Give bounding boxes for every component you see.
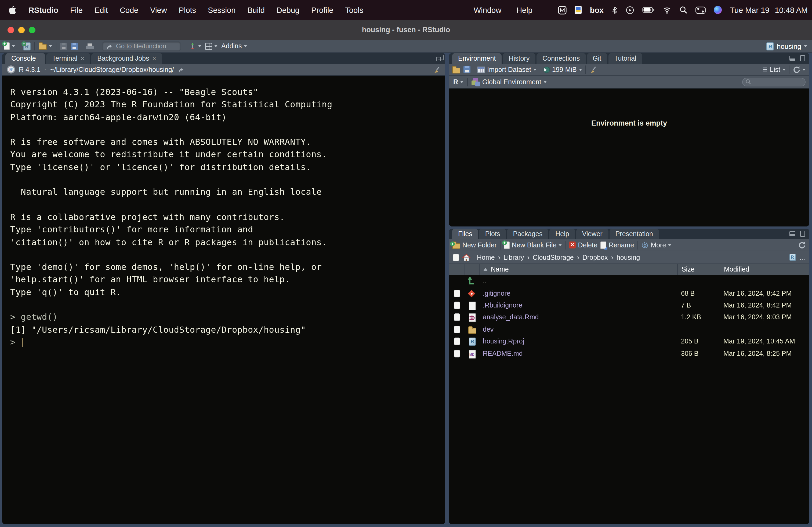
home-icon[interactable]: [462, 254, 470, 261]
breadcrumb-item[interactable]: ›housing: [611, 254, 640, 261]
goto-file-function-input[interactable]: Go to file/function: [102, 41, 181, 51]
open-file-button[interactable]: [39, 42, 52, 50]
environment-selector[interactable]: Global Environment: [472, 77, 547, 86]
file-checkbox[interactable]: [453, 302, 460, 309]
environment-search-input[interactable]: [742, 77, 806, 86]
tab[interactable]: Viewer: [576, 229, 608, 239]
display-mode-button[interactable]: List: [762, 66, 786, 73]
console-prompt[interactable]: >: [10, 337, 445, 350]
refresh-button[interactable]: [793, 66, 806, 73]
menubar-clock[interactable]: Tue Mar 1910:48 AM: [730, 6, 808, 14]
refresh-files-button[interactable]: [798, 241, 806, 249]
breadcrumb-item[interactable]: Home: [474, 254, 495, 261]
minimize-pane-icon[interactable]: [789, 231, 795, 236]
zoom-window-button[interactable]: [29, 27, 35, 33]
tab[interactable]: History: [503, 53, 535, 64]
tab[interactable]: Background Jobs×: [91, 53, 162, 64]
file-row[interactable]: .Rbuildignore 7 B Mar 16, 2024, 8:42 PM: [449, 299, 809, 312]
tab-close-icon[interactable]: ×: [152, 55, 156, 62]
box-logo[interactable]: box: [590, 6, 604, 14]
tab[interactable]: Presentation: [610, 229, 659, 239]
menu-item[interactable]: View: [144, 6, 173, 14]
breadcrumb-item[interactable]: ›CloudStorage: [527, 254, 574, 261]
tab[interactable]: Help: [549, 229, 575, 239]
minimize-window-button[interactable]: [18, 27, 25, 33]
maximize-pane-icon[interactable]: [436, 57, 441, 61]
clear-console-button[interactable]: [433, 66, 440, 73]
play-circle-icon[interactable]: [626, 6, 634, 14]
minimize-pane-icon[interactable]: [789, 56, 795, 61]
clear-objects-button[interactable]: [589, 66, 597, 73]
header-name[interactable]: Name: [479, 264, 677, 275]
close-window-button[interactable]: [8, 27, 14, 33]
file-checkbox[interactable]: [453, 350, 460, 357]
new-file-button[interactable]: +: [4, 42, 15, 50]
file-name-link[interactable]: housing.Rproj: [479, 337, 677, 345]
breadcrumb-item[interactable]: ›Dropbox: [577, 254, 608, 261]
bluetooth-icon[interactable]: [612, 6, 618, 14]
file-checkbox[interactable]: [453, 289, 460, 297]
select-all-checkbox[interactable]: [453, 254, 459, 261]
tab[interactable]: Plots: [479, 229, 506, 239]
control-center-icon[interactable]: [695, 6, 706, 14]
save-workspace-button[interactable]: [463, 66, 470, 73]
tab[interactable]: Connections: [536, 53, 586, 64]
tab[interactable]: Environment: [452, 53, 502, 64]
r-version-label[interactable]: R 4.3.1: [19, 66, 41, 73]
memory-usage-button[interactable]: 199 MiB: [543, 66, 582, 73]
file-checkbox[interactable]: [453, 337, 460, 345]
maximize-pane-icon[interactable]: [800, 231, 805, 237]
file-row[interactable]: analyse_data.Rmd 1.2 KB Mar 16, 2024, 9:…: [449, 311, 809, 323]
tab[interactable]: Packages: [507, 229, 548, 239]
file-row[interactable]: .gitignore 68 B Mar 16, 2024, 8:42 PM: [449, 287, 809, 299]
tab-close-icon[interactable]: ×: [81, 55, 84, 62]
menu-item[interactable]: RStudio: [23, 6, 64, 14]
menu-item[interactable]: Window: [466, 6, 509, 14]
language-selector[interactable]: R: [453, 78, 463, 86]
menu-item[interactable]: Tools: [339, 6, 369, 14]
file-name-link[interactable]: .gitignore: [479, 289, 677, 297]
file-checkbox[interactable]: [453, 314, 460, 321]
more-file-commands-button[interactable]: More: [641, 241, 671, 249]
console-output[interactable]: R version 4.3.1 (2023-06-16) -- "Beagle …: [2, 76, 445, 524]
file-row[interactable]: dev: [449, 323, 809, 335]
path-more-button[interactable]: …: [799, 254, 806, 261]
mimestream-icon[interactable]: [558, 6, 567, 14]
header-modified[interactable]: Modified: [720, 264, 809, 275]
apple-menu[interactable]: [0, 5, 23, 15]
header-size[interactable]: Size: [677, 264, 720, 275]
tab[interactable]: Console: [5, 53, 45, 64]
project-menu-button[interactable]: R housing: [767, 42, 807, 50]
load-workspace-button[interactable]: [452, 66, 460, 73]
version-control-button[interactable]: [189, 42, 201, 50]
file-checkbox[interactable]: [453, 326, 460, 333]
menu-item[interactable]: Help: [509, 6, 540, 14]
file-row[interactable]: README.md 306 B Mar 16, 2024, 8:25 PM: [449, 347, 809, 360]
menu-item[interactable]: Plots: [173, 6, 202, 14]
file-name-link[interactable]: .Rbuildignore: [479, 302, 677, 309]
file-row[interactable]: ..: [449, 275, 809, 287]
save-button[interactable]: [60, 43, 67, 50]
file-name-link[interactable]: dev: [479, 326, 677, 333]
rproject-icon[interactable]: R: [789, 254, 796, 261]
save-all-button[interactable]: [71, 43, 78, 50]
menu-item[interactable]: Edit: [89, 6, 114, 14]
new-project-button[interactable]: R+: [23, 42, 31, 50]
workspace-panes-button[interactable]: [205, 43, 218, 50]
maximize-pane-icon[interactable]: [800, 55, 805, 61]
siri-icon[interactable]: [714, 6, 722, 14]
menu-item[interactable]: Profile: [305, 6, 339, 14]
import-dataset-button[interactable]: Import Dataset: [477, 66, 536, 73]
textsniper-icon[interactable]: [575, 6, 582, 14]
file-name-link[interactable]: analyse_data.Rmd: [479, 314, 677, 321]
new-folder-button[interactable]: + New Folder: [452, 241, 497, 249]
file-name-link[interactable]: ..: [479, 277, 677, 285]
menu-item[interactable]: Debug: [271, 6, 305, 14]
menu-item[interactable]: Session: [202, 6, 242, 14]
menu-item[interactable]: Build: [242, 6, 271, 14]
file-name-link[interactable]: README.md: [479, 350, 677, 357]
spotlight-icon[interactable]: [679, 6, 687, 14]
wifi-icon[interactable]: [663, 6, 671, 14]
tab[interactable]: Tutorial: [608, 53, 642, 64]
menu-item[interactable]: File: [64, 6, 89, 14]
